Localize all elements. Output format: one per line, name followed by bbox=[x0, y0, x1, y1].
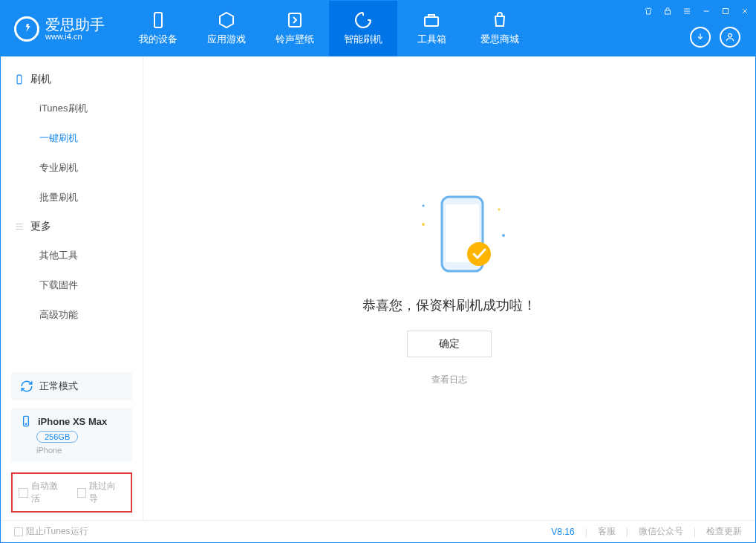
menu-icon[interactable] bbox=[681, 5, 693, 17]
main-content: 恭喜您，保资料刷机成功啦！ 确定 查看日志 bbox=[143, 56, 755, 520]
svg-rect-2 bbox=[425, 17, 438, 26]
sidebar-item-download-fw[interactable]: 下载固件 bbox=[1, 270, 143, 300]
device-icon bbox=[20, 415, 32, 427]
ok-button[interactable]: 确定 bbox=[407, 331, 492, 357]
lock-icon[interactable] bbox=[662, 5, 674, 17]
sidebar-group-flash: 刷机 bbox=[1, 65, 143, 94]
app-header: 爱思助手 www.i4.cn 我的设备 应用游戏 铃声壁纸 智能刷机 工具箱 爱… bbox=[1, 1, 755, 56]
window-controls bbox=[642, 5, 751, 17]
minimize-icon[interactable] bbox=[700, 5, 712, 17]
sidebar-item-batch-flash[interactable]: 批量刷机 bbox=[1, 183, 143, 212]
footer-right: V8.16 | 客服 | 微信公众号 | 检查更新 bbox=[551, 525, 742, 538]
download-icon[interactable] bbox=[690, 27, 711, 48]
sidebar-item-one-click-flash[interactable]: 一键刷机 bbox=[1, 123, 143, 153]
sidebar-item-other-tools[interactable]: 其他工具 bbox=[1, 241, 143, 270]
svg-rect-4 bbox=[723, 9, 729, 14]
storage-badge: 256GB bbox=[36, 431, 78, 443]
svg-point-13 bbox=[467, 242, 491, 266]
phone-icon bbox=[14, 74, 25, 85]
svg-point-9 bbox=[422, 223, 425, 226]
support-link[interactable]: 客服 bbox=[598, 525, 616, 538]
main-tabs: 我的设备 应用游戏 铃声壁纸 智能刷机 工具箱 爱思商城 bbox=[124, 1, 534, 56]
device-type: iPhone bbox=[36, 446, 123, 455]
success-message: 恭喜您，保资料刷机成功啦！ bbox=[362, 296, 536, 314]
svg-point-5 bbox=[729, 33, 732, 37]
maximize-icon[interactable] bbox=[720, 5, 731, 17]
app-subtitle: www.i4.cn bbox=[45, 32, 105, 41]
checkbox-skip-guide[interactable]: 跳过向导 bbox=[77, 480, 126, 505]
user-icon[interactable] bbox=[720, 27, 740, 48]
view-log-link[interactable]: 查看日志 bbox=[431, 374, 467, 386]
svg-rect-0 bbox=[154, 13, 162, 27]
options-row: 自动激活 跳过向导 bbox=[11, 472, 132, 513]
mode-label: 正常模式 bbox=[39, 380, 78, 393]
tab-store[interactable]: 爱思商城 bbox=[466, 1, 534, 56]
svg-point-8 bbox=[25, 423, 26, 424]
checkbox-auto-activate[interactable]: 自动激活 bbox=[19, 480, 67, 505]
checkbox-block-itunes[interactable]: 阻止iTunes运行 bbox=[14, 525, 88, 538]
tab-ringtone[interactable]: 铃声壁纸 bbox=[261, 1, 329, 56]
sidebar-item-itunes-flash[interactable]: iTunes刷机 bbox=[1, 94, 143, 123]
refresh-icon bbox=[20, 380, 33, 393]
close-icon[interactable] bbox=[739, 5, 751, 17]
tab-toolbox[interactable]: 工具箱 bbox=[397, 1, 466, 56]
svg-point-10 bbox=[502, 234, 505, 237]
tab-flash[interactable]: 智能刷机 bbox=[329, 1, 397, 56]
tab-apps[interactable]: 应用游戏 bbox=[192, 1, 261, 56]
device-name: iPhone XS Max bbox=[38, 416, 107, 427]
sidebar: 刷机 iTunes刷机 一键刷机 专业刷机 批量刷机 更多 其他工具 下载固件 … bbox=[1, 56, 143, 520]
list-icon bbox=[14, 221, 25, 232]
app-logo: 爱思助手 www.i4.cn bbox=[1, 1, 118, 56]
success-illustration bbox=[408, 191, 490, 280]
version-label: V8.16 bbox=[551, 527, 574, 537]
shirt-icon[interactable] bbox=[642, 5, 654, 17]
app-body: 刷机 iTunes刷机 一键刷机 专业刷机 批量刷机 更多 其他工具 下载固件 … bbox=[1, 56, 755, 520]
wechat-link[interactable]: 微信公众号 bbox=[639, 525, 683, 538]
device-box[interactable]: iPhone XS Max 256GB iPhone bbox=[11, 408, 132, 462]
logo-icon bbox=[14, 16, 39, 42]
svg-rect-3 bbox=[665, 10, 671, 14]
svg-rect-1 bbox=[289, 13, 301, 27]
sidebar-item-advanced[interactable]: 高级功能 bbox=[1, 300, 143, 330]
sidebar-item-pro-flash[interactable]: 专业刷机 bbox=[1, 153, 143, 183]
mode-box[interactable]: 正常模式 bbox=[11, 372, 132, 400]
sidebar-bottom: 正常模式 iPhone XS Max 256GB iPhone 自动激活 跳过向… bbox=[1, 372, 143, 520]
sidebar-group-more: 更多 bbox=[1, 212, 143, 241]
header-actions bbox=[690, 27, 740, 48]
app-title: 爱思助手 bbox=[45, 17, 105, 32]
sidebar-nav: 刷机 iTunes刷机 一键刷机 专业刷机 批量刷机 更多 其他工具 下载固件 … bbox=[1, 56, 143, 372]
svg-rect-6 bbox=[17, 75, 22, 84]
update-link[interactable]: 检查更新 bbox=[706, 525, 742, 538]
status-bar: 阻止iTunes运行 V8.16 | 客服 | 微信公众号 | 检查更新 bbox=[1, 520, 755, 542]
tab-device[interactable]: 我的设备 bbox=[124, 1, 192, 56]
